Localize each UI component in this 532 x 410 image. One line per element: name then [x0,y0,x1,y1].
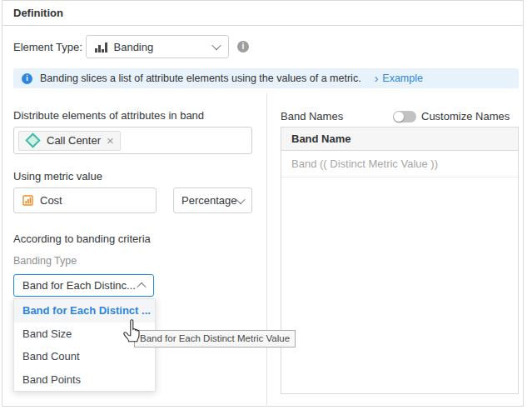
attribute-chip-label: Call Center [47,134,101,147]
option-tooltip: Band for Each Distinct Metric Value [134,330,296,348]
element-type-label: Element Type: [13,41,82,53]
info-banner: i Banding slices a list of attribute ele… [13,68,519,88]
band-names-table: Band Name Band (( Distinct Metric Value … [281,127,519,394]
chevron-down-icon [211,41,221,50]
attributes-label: Distribute elements of attributes in ban… [13,109,204,122]
element-type-value: Banding [114,41,214,53]
attribute-chip[interactable]: Call Center × [18,131,121,151]
info-icon[interactable]: i [237,41,249,52]
attribute-diamond-icon [25,132,40,148]
band-names-label: Band Names [281,110,343,122]
metric-icon [22,195,33,206]
element-type-select[interactable]: Banding [86,35,229,58]
metric-label: Using metric value [13,170,102,182]
chevron-down-icon [236,194,245,203]
page-title: Definition [13,7,63,19]
criteria-label: According to banding criteria [13,232,151,245]
attributes-input[interactable]: Call Center × [13,127,252,154]
banding-type-label: Banding Type [13,255,77,267]
chip-remove-icon[interactable]: × [107,134,114,147]
customize-names-label: Customize Names [421,110,510,122]
chevron-right-icon: › [375,73,379,83]
example-link[interactable]: › Example [375,72,423,84]
customize-names-toggle[interactable] [393,111,416,122]
band-name-column-header: Band Name [281,128,518,151]
banner-info-icon: i [22,73,32,84]
metric-field[interactable]: Cost [13,188,157,213]
example-link-label: Example [382,72,423,84]
value-type-select[interactable]: Percentage [173,188,252,213]
band-name-row: Band (( Distinct Metric Value )) [281,151,518,178]
banding-definition-panel: Definition Element Type: Banding i i Ban… [0,0,532,410]
toggle-knob [394,112,404,122]
cursor-pointer-icon [122,319,142,342]
banding-type-select[interactable]: Band for Each Distinc... [13,274,154,297]
metric-name: Cost [40,194,62,207]
menu-item-band-points[interactable]: Band Points [14,368,155,392]
column-divider [266,93,267,407]
value-type-value: Percentage [181,194,237,207]
chevron-up-icon [137,282,146,291]
bar-chart-icon [95,42,107,52]
menu-item-band-count[interactable]: Band Count [14,345,155,368]
banner-text: Banding slices a list of attribute eleme… [40,72,361,84]
header-divider [2,25,524,26]
banding-type-value: Band for Each Distinc... [22,279,136,292]
